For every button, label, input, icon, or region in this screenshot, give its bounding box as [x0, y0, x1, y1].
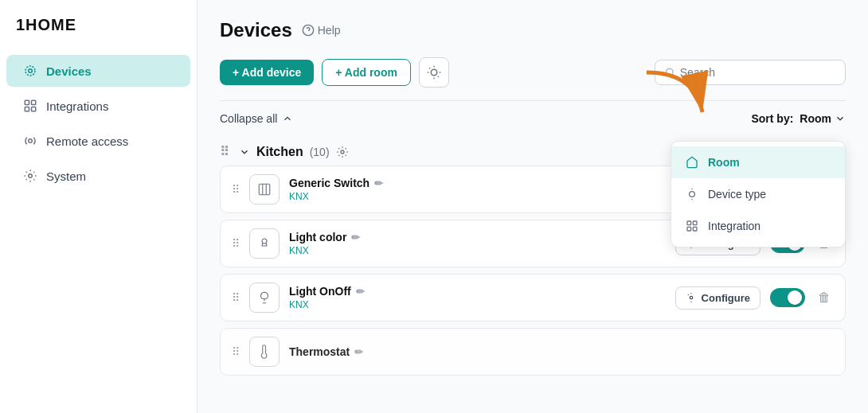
device-icon-light-onoff — [249, 282, 280, 313]
svg-rect-27 — [259, 184, 270, 195]
integrations-icon — [22, 98, 38, 114]
sidebar-item-integrations-label: Integrations — [46, 99, 108, 113]
chevron-up-icon — [282, 113, 293, 124]
toolbar: + Add device + Add room — [220, 57, 846, 88]
page-header: Devices Help — [220, 19, 846, 41]
integration-icon — [684, 218, 700, 234]
device-icon — [22, 63, 38, 79]
device-icon-switch — [249, 174, 280, 205]
sidebar-item-remote-access[interactable]: Remote access — [6, 125, 190, 157]
svg-rect-22 — [687, 221, 691, 225]
svg-point-6 — [29, 139, 33, 143]
svg-rect-25 — [693, 227, 697, 231]
remote-icon — [22, 133, 38, 149]
device-name-thermostat: Thermostat ✏ — [289, 345, 834, 358]
dropdown-integration-label: Integration — [708, 220, 760, 232]
device-icon-light-color — [249, 228, 280, 259]
main-content: Devices Help + Add device + Add room Col… — [197, 0, 868, 413]
device-drag-handle[interactable]: ⠿ — [232, 183, 240, 196]
device-name-light-onoff: Light OnOff ✏ — [289, 285, 666, 298]
svg-rect-24 — [687, 227, 691, 231]
dropdown-item-room[interactable]: Room — [671, 146, 845, 178]
device-toggle-light-onoff[interactable] — [770, 288, 805, 307]
device-edit-icon[interactable]: ✏ — [354, 346, 363, 358]
table-row: ⠿ Light OnOff ✏ KNX Configure 🗑 — [220, 274, 846, 321]
device-name-switch: Generic Switch ✏ — [289, 177, 666, 189]
device-type-icon — [684, 186, 700, 202]
search-icon — [665, 67, 675, 78]
divider — [220, 100, 846, 101]
device-info-light-onoff: Light OnOff ✏ KNX — [289, 285, 666, 310]
add-room-button[interactable]: + Add room — [322, 59, 411, 86]
sidebar-item-devices[interactable]: Devices — [6, 55, 190, 87]
sidebar-item-system[interactable]: System — [6, 160, 190, 192]
svg-rect-3 — [32, 100, 36, 104]
sort-dropdown: Room Device type Integration — [671, 141, 846, 247]
help-label: Help — [318, 24, 341, 37]
svg-line-17 — [672, 74, 674, 76]
device-info-light-color: Light color ✏ KNX — [289, 231, 666, 256]
device-drag-handle[interactable]: ⠿ — [232, 237, 240, 250]
system-icon — [22, 168, 38, 184]
room-chevron-icon[interactable] — [239, 146, 250, 158]
svg-point-31 — [262, 239, 267, 244]
sidebar: 1HOME Devices Integrations Remote access… — [0, 0, 197, 413]
page-title: Devices — [220, 19, 292, 41]
svg-line-12 — [429, 68, 430, 68]
svg-point-7 — [29, 174, 33, 178]
table-row: ⠿ Thermostat ✏ — [220, 328, 846, 376]
room-icon — [684, 154, 700, 170]
add-device-button[interactable]: + Add device — [220, 60, 314, 85]
sort-by-value: Room — [800, 112, 831, 125]
collapse-all-button[interactable]: Collapse all — [220, 112, 293, 125]
svg-point-0 — [29, 69, 33, 73]
room-settings-icon[interactable] — [336, 146, 349, 158]
room-name: Kitchen — [256, 145, 303, 159]
device-edit-icon[interactable]: ✏ — [356, 286, 365, 298]
chevron-down-icon — [835, 113, 846, 124]
svg-point-19 — [690, 192, 695, 197]
device-name-light-color: Light color ✏ — [289, 231, 666, 244]
sidebar-item-integrations[interactable]: Integrations — [6, 90, 190, 122]
svg-rect-2 — [25, 100, 29, 104]
device-edit-icon[interactable]: ✏ — [374, 177, 383, 189]
device-sub-light-color: KNX — [289, 245, 666, 256]
search-input[interactable] — [680, 66, 835, 79]
configure-icon — [686, 292, 697, 303]
device-edit-icon[interactable]: ✏ — [351, 232, 360, 244]
sidebar-item-devices-label: Devices — [46, 64, 92, 78]
sidebar-item-system-label: System — [46, 169, 86, 183]
collapse-all-label: Collapse all — [220, 112, 277, 125]
device-sub-switch: KNX — [289, 191, 666, 202]
device-info-switch: Generic Switch ✏ KNX — [289, 177, 666, 202]
device-icon-thermostat — [249, 337, 280, 367]
help-link[interactable]: Help — [302, 24, 341, 37]
svg-rect-4 — [25, 107, 29, 111]
filter-button[interactable] — [419, 57, 449, 88]
svg-point-1 — [25, 66, 35, 76]
room-count: (10) — [310, 146, 330, 158]
svg-line-13 — [438, 76, 439, 77]
room-drag-handle[interactable]: ⠿ — [220, 144, 229, 159]
device-drag-handle[interactable]: ⠿ — [232, 291, 240, 304]
sort-by-control[interactable]: Sort by: Room — [751, 112, 846, 125]
dropdown-device-type-label: Device type — [708, 188, 766, 201]
svg-rect-5 — [32, 107, 36, 111]
svg-point-9 — [431, 69, 437, 76]
controls-bar: Collapse all Sort by: Room — [220, 112, 846, 125]
sidebar-item-remote-label: Remote access — [46, 134, 128, 148]
svg-point-16 — [667, 68, 674, 76]
svg-point-26 — [341, 150, 344, 154]
sort-by-label: Sort by: — [751, 112, 793, 125]
device-drag-handle[interactable]: ⠿ — [232, 345, 240, 358]
dropdown-item-device-type[interactable]: Device type — [671, 178, 845, 210]
configure-button-light-onoff[interactable]: Configure — [675, 286, 760, 310]
device-info-thermostat: Thermostat ✏ — [289, 345, 834, 358]
search-box — [655, 60, 846, 85]
svg-point-34 — [690, 296, 693, 299]
dropdown-item-integration[interactable]: Integration — [671, 210, 845, 242]
dropdown-room-label: Room — [708, 156, 740, 169]
delete-button-light-onoff[interactable]: 🗑 — [815, 287, 834, 308]
device-sub-light-onoff: KNX — [289, 299, 666, 310]
app-logo: 1HOME — [0, 16, 197, 53]
